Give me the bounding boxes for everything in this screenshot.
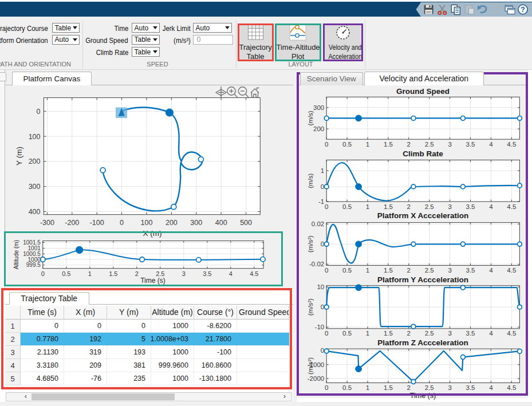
svg-text:?: ? xyxy=(521,6,525,14)
